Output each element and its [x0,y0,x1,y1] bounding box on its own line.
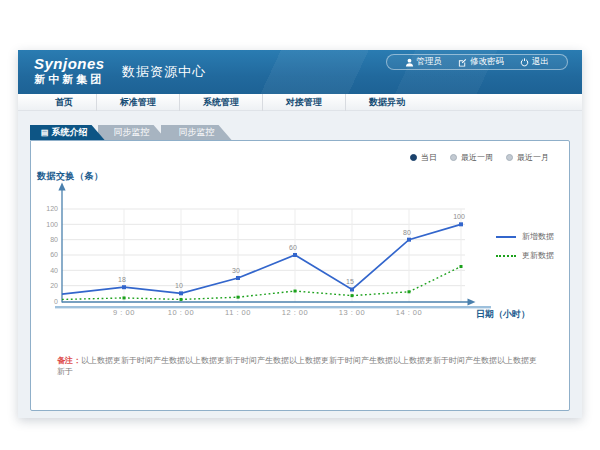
legend-label: 更新数据 [522,250,554,261]
page-title: 数据资源中心 [122,63,206,81]
radio-dot-icon [506,154,513,161]
user-label: 管理员 [417,56,443,68]
nav-item-1[interactable]: 首页 [32,94,97,111]
svg-text:80: 80 [50,236,58,243]
app-window: Synjones 新中新集团 数据资源中心 管理员 修改密码 退出 首页标准 [18,50,582,418]
svg-text:12 : 00: 12 : 00 [282,308,308,317]
radio-label: 当日 [421,152,437,163]
tab-label: 同步监控 [114,127,150,137]
tab-1[interactable]: ▤系统介绍 [30,125,105,140]
nav-item-4[interactable]: 对接管理 [263,94,346,111]
period-filter-group: 当日最近一周最近一月 [410,152,549,163]
line-chart: 0204060801001209 : 0010 : 0011 : 0012 : … [38,181,508,331]
radio-dot-icon [410,154,417,161]
svg-text:100: 100 [46,221,58,228]
radio-label: 最近一周 [461,152,493,163]
svg-text:13 : 00: 13 : 00 [339,308,365,317]
nav-item-3[interactable]: 系统管理 [180,94,263,111]
svg-text:100: 100 [453,213,465,220]
svg-text:10 : 00: 10 : 00 [168,308,194,317]
dotted-line-swatch [496,255,516,257]
content-area: ▤系统介绍同步监控同步监控 数据交换（条） 当日最近一周最近一月 0204060… [18,111,582,417]
change-password-label: 修改密码 [470,56,504,68]
logo-text-en: Synjones [34,55,105,72]
svg-text:80: 80 [403,229,411,236]
radio-label: 最近一月 [517,152,549,163]
logout-button[interactable]: 退出 [512,56,557,68]
x-axis-title: 日期（小时） [476,308,530,321]
nav-item-5[interactable]: 数据异动 [346,94,428,111]
user-menu-button[interactable]: 管理员 [397,56,451,68]
svg-text:15: 15 [346,278,354,285]
tab-label: 同步监控 [179,127,215,137]
logo-text-cn: 新中新集团 [34,72,105,86]
user-toolbar: 管理员 修改密码 退出 [386,54,569,70]
page: Synjones 新中新集团 数据资源中心 管理员 修改密码 退出 首页标准 [0,0,600,450]
radio-dot-icon [450,154,457,161]
legend-item-1: 新增数据 [496,231,554,242]
svg-text:18: 18 [118,276,126,283]
power-icon [520,58,529,67]
person-icon [405,58,414,67]
document-grid-icon: ▤ [41,128,49,137]
app-header: Synjones 新中新集团 数据资源中心 管理员 修改密码 退出 [18,50,582,94]
svg-text:9 : 00: 9 : 00 [113,308,135,317]
footnote-text: 以上数据更新于时间产生数据以上数据更新于时间产生数据以上数据更新于时间产生数据以… [57,356,537,376]
logout-label: 退出 [532,56,549,68]
svg-text:0: 0 [54,298,58,305]
main-nav: 首页标准管理系统管理对接管理数据异动 [18,94,582,111]
legend-item-2: 更新数据 [496,250,554,261]
svg-text:120: 120 [46,205,58,212]
period-radio-2[interactable]: 最近一周 [450,152,493,163]
logo: Synjones 新中新集团 [34,55,105,86]
edit-icon [458,58,467,67]
svg-text:60: 60 [50,251,58,258]
svg-text:14 : 00: 14 : 00 [396,308,422,317]
legend-label: 新增数据 [522,231,554,242]
tab-label: 系统介绍 [52,127,88,137]
footnote-prefix: 备注： [57,356,81,365]
period-radio-1[interactable]: 当日 [410,152,437,163]
period-radio-3[interactable]: 最近一月 [506,152,549,163]
solid-line-swatch [496,236,516,238]
svg-text:10: 10 [175,282,183,289]
svg-text:20: 20 [50,282,58,289]
tab-bar: ▤系统介绍同步监控同步监控 [30,125,232,140]
svg-text:40: 40 [50,267,58,274]
nav-item-2[interactable]: 标准管理 [97,94,180,111]
change-password-button[interactable]: 修改密码 [450,56,512,68]
chart-legend: 新增数据更新数据 [496,231,554,269]
tab-2[interactable]: 同步监控 [98,125,167,140]
footnote: 备注：以上数据更新于时间产生数据以上数据更新于时间产生数据以上数据更新于时间产生… [57,355,537,377]
svg-text:30: 30 [232,267,240,274]
svg-text:11 : 00: 11 : 00 [225,308,251,317]
svg-text:60: 60 [289,244,297,251]
tab-3[interactable]: 同步监控 [161,125,232,140]
